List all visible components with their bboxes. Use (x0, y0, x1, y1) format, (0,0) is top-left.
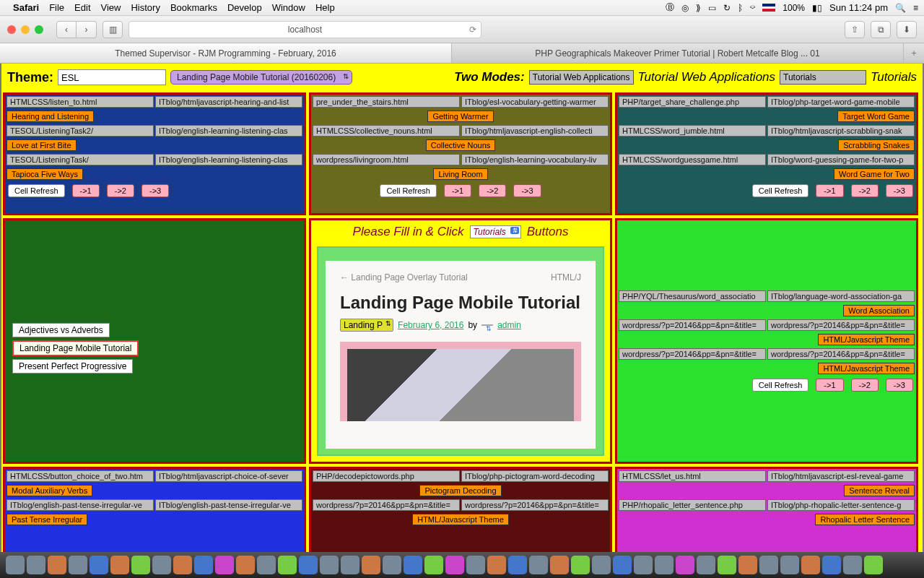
path-box[interactable]: PHP/decodepictowords.php (313, 470, 460, 482)
forward-button[interactable]: › (77, 21, 97, 38)
dock-app-icon[interactable] (362, 556, 380, 574)
tutorial-select[interactable]: Landing Page Mobile Tutorial (20160206)⇅ (170, 70, 352, 85)
path-box[interactable]: HTMLCSS/button_choice_of_two.htm (6, 470, 154, 482)
dock-app-icon[interactable] (466, 556, 485, 574)
path-box[interactable]: ITblog/language-word-association-ga (767, 290, 915, 302)
list-item[interactable]: Adjectives vs Adverbs (12, 323, 110, 337)
topic-tag[interactable]: Target Word Game (837, 111, 915, 122)
breadcrumb-prev[interactable]: ← Landing Page Overlay Tutorial (340, 272, 468, 282)
cell-refresh-button[interactable]: Cell Refresh (752, 379, 809, 392)
dock-app-icon[interactable] (592, 556, 611, 574)
path-box[interactable]: ITblog/php-target-word-game-mobile (767, 96, 915, 108)
dock-app-icon[interactable] (6, 556, 25, 574)
nav-3-button[interactable]: ->3 (141, 184, 169, 197)
dock-app-icon[interactable] (487, 556, 506, 574)
path-box[interactable]: wordpress/?p=20146&pp=&pn=&title= (461, 499, 609, 511)
path-box[interactable]: ITblog/htmljavascript-scrabbling-snak (767, 125, 915, 137)
battery-icon[interactable]: ▮▯ (812, 3, 822, 13)
topic-tag[interactable]: Rhopalic Letter Sentence (815, 514, 915, 525)
path-box[interactable]: ITblog/php-rhopalic-letter-sentence-g (767, 499, 915, 511)
close-window-button[interactable] (7, 25, 16, 34)
reload-icon[interactable]: ⟳ (469, 25, 476, 35)
dock-app-icon[interactable] (404, 556, 422, 574)
path-box[interactable]: wordpress/?p=20146&pp=&pn=&title= (313, 499, 460, 511)
dock-app-icon[interactable] (801, 556, 820, 574)
dock-app-icon[interactable] (676, 556, 694, 574)
menubar-clock[interactable]: Sun 11:24 pm (829, 2, 888, 13)
downloads-button[interactable]: ⬇ (897, 21, 917, 38)
status-icon[interactable]: ◎ (681, 3, 689, 13)
path-box[interactable]: pre_under_the_stairs.html (313, 96, 460, 108)
path-box[interactable]: HTMLCSS/word_jumble.html (619, 125, 766, 137)
topic-tag[interactable]: Scrabbling Snakes (838, 139, 915, 151)
path-box[interactable]: wordpress/?p=20146&pp=&pn=&title= (767, 319, 915, 331)
nav-1-button[interactable]: ->1 (816, 184, 843, 197)
cell-refresh-button[interactable]: Cell Refresh (380, 184, 437, 197)
menu-help[interactable]: Help (315, 2, 335, 13)
menu-window[interactable]: Window (272, 2, 305, 13)
tab-1[interactable]: Themed Supervisor - RJM Programming - Fe… (0, 43, 452, 63)
topic-tag[interactable]: Hearing and Listening (6, 111, 94, 122)
dock-app-icon[interactable] (697, 556, 715, 574)
status-icon[interactable]: Ⓑ (666, 1, 674, 14)
path-box[interactable]: TESOL/ListeningTask/ (6, 154, 154, 165)
dock-app-icon[interactable] (299, 556, 318, 574)
path-box[interactable]: PHP/target_share_challenge.php (619, 96, 766, 108)
dock-app-icon[interactable] (529, 556, 548, 574)
path-box[interactable]: ITblog/english-past-tense-irregular-ve (6, 499, 154, 511)
topic-tag[interactable]: Tapioca Five Ways (6, 168, 83, 180)
minimize-window-button[interactable] (21, 25, 30, 34)
path-box[interactable]: wordpress/?p=20146&pp=&pn=&title= (619, 348, 766, 360)
tutorials-select[interactable]: Tutorials⇅ (470, 225, 521, 238)
address-bar[interactable]: localhost ⟳ (128, 21, 481, 38)
share-button[interactable]: ⇧ (845, 21, 865, 38)
topic-tag[interactable]: Word Association (843, 305, 915, 316)
nav-2-button[interactable]: ->2 (851, 379, 879, 392)
flag-icon[interactable] (762, 4, 775, 12)
menu-history[interactable]: History (131, 2, 160, 13)
topic-tag[interactable]: Past Tense Irregular (6, 514, 87, 525)
path-box[interactable]: wordpress/?p=20146&pp=&pn=&title= (619, 319, 766, 331)
dock-app-icon[interactable] (131, 556, 150, 574)
path-box[interactable]: wordpress/livingroom.html (313, 154, 460, 165)
dock-app-icon[interactable] (822, 556, 841, 574)
menu-file[interactable]: File (49, 2, 64, 13)
nav-3-button[interactable]: ->3 (886, 184, 913, 197)
nav-2-button[interactable]: ->2 (851, 184, 879, 197)
topic-tag[interactable]: Word Game for Two (834, 168, 915, 180)
dock-app-icon[interactable] (718, 556, 736, 574)
dock-app-icon[interactable] (173, 556, 192, 574)
zoom-window-button[interactable] (35, 25, 43, 34)
topic-tag[interactable]: Getting Warmer (427, 111, 493, 122)
dock-app-icon[interactable] (383, 556, 401, 574)
new-tab-button[interactable]: ＋ (904, 43, 924, 63)
path-box[interactable]: ITblog/english-learning-listening-clas (155, 154, 302, 165)
path-box[interactable]: HTMLCSS/let_us.html (619, 470, 766, 482)
path-box[interactable]: ITblog/htmljavascript-choice-of-sever (155, 470, 302, 482)
bluetooth-icon[interactable]: ᛒ (738, 3, 743, 13)
dock-app-icon[interactable] (550, 556, 569, 574)
dock-app-icon[interactable] (257, 556, 276, 574)
dock-app-icon[interactable] (48, 556, 66, 574)
dock-app-icon[interactable] (655, 556, 674, 574)
spotlight-icon[interactable]: 🔍 (895, 3, 906, 13)
nav-1-button[interactable]: ->1 (816, 379, 843, 392)
dock-app-icon[interactable] (90, 556, 108, 574)
airplay-icon[interactable]: ▭ (708, 3, 716, 13)
dock-app-icon[interactable] (341, 556, 359, 574)
status-icon[interactable]: ⟫ (696, 3, 701, 13)
path-box[interactable]: HTMLCSS/collective_nouns.html (313, 125, 460, 137)
dock-app-icon[interactable] (152, 556, 171, 574)
topic-tag[interactable]: Pictogram Decoding (419, 485, 501, 496)
dock-app-icon[interactable] (445, 556, 464, 574)
cell-refresh-button[interactable]: Cell Refresh (8, 184, 65, 197)
nav-1-button[interactable]: ->1 (72, 184, 100, 197)
topic-tag[interactable]: HTML/Javascript Theme (412, 514, 509, 525)
list-item-active[interactable]: Landing Page Mobile Tutorial (12, 340, 139, 356)
dock-app-icon[interactable] (27, 556, 45, 574)
path-box[interactable]: HTMLCSS/listen_to.html (6, 96, 154, 108)
dock-app-icon[interactable] (571, 556, 590, 574)
topic-tag[interactable]: Love at First Bite (6, 139, 77, 151)
dock-app-icon[interactable] (278, 556, 297, 574)
path-box[interactable]: HTMLCSS/wordguessgame.html (619, 154, 766, 165)
